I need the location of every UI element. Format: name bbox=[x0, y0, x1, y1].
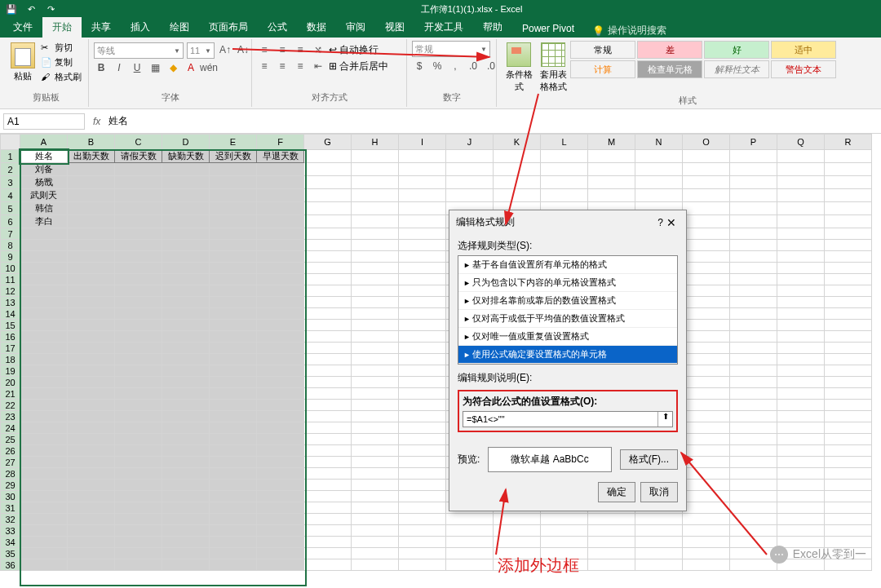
cell[interactable] bbox=[257, 457, 304, 468]
cell[interactable] bbox=[68, 422, 115, 434]
cell[interactable] bbox=[352, 365, 399, 377]
cell[interactable] bbox=[115, 411, 162, 422]
cell[interactable] bbox=[683, 377, 730, 388]
cell[interactable] bbox=[304, 274, 352, 285]
cell[interactable] bbox=[162, 434, 210, 445]
cell[interactable] bbox=[730, 388, 777, 400]
cell[interactable] bbox=[352, 240, 399, 251]
align-right-icon[interactable]: ≡ bbox=[293, 59, 308, 73]
cell[interactable] bbox=[446, 150, 494, 163]
cell[interactable] bbox=[825, 176, 872, 189]
tab-review[interactable]: 审阅 bbox=[336, 17, 375, 38]
cell[interactable] bbox=[777, 320, 825, 331]
cell[interactable] bbox=[162, 163, 210, 176]
cell[interactable] bbox=[777, 285, 825, 297]
cell[interactable] bbox=[730, 320, 777, 331]
cell[interactable] bbox=[257, 365, 304, 377]
cell[interactable] bbox=[730, 400, 777, 411]
cell[interactable] bbox=[210, 251, 257, 263]
cell[interactable] bbox=[683, 434, 730, 445]
cell[interactable] bbox=[777, 297, 825, 308]
tab-layout[interactable]: 页面布局 bbox=[199, 17, 258, 38]
cell[interactable] bbox=[730, 228, 777, 240]
row-header[interactable]: 1 bbox=[1, 150, 20, 163]
cell[interactable] bbox=[257, 331, 304, 343]
border-button[interactable]: ▦ bbox=[148, 60, 162, 75]
cell[interactable] bbox=[257, 354, 304, 365]
cell[interactable] bbox=[20, 274, 68, 285]
paste-button[interactable]: 粘贴 bbox=[8, 41, 38, 82]
cell[interactable] bbox=[777, 457, 825, 468]
cell[interactable] bbox=[399, 480, 446, 491]
cell[interactable] bbox=[825, 354, 872, 365]
cell[interactable] bbox=[304, 365, 352, 377]
row-header[interactable]: 32 bbox=[1, 514, 20, 525]
cell[interactable] bbox=[68, 163, 115, 176]
cell[interactable] bbox=[777, 377, 825, 388]
cell[interactable] bbox=[777, 502, 825, 514]
cell[interactable] bbox=[162, 411, 210, 422]
cell[interactable] bbox=[730, 189, 777, 202]
cell[interactable] bbox=[399, 202, 446, 215]
cell[interactable] bbox=[683, 251, 730, 263]
cell[interactable] bbox=[494, 514, 541, 525]
style-calc[interactable]: 计算 bbox=[570, 60, 635, 78]
tab-home[interactable]: 开始 bbox=[42, 17, 82, 38]
cell[interactable]: 杨戬 bbox=[20, 176, 68, 189]
cell[interactable] bbox=[683, 411, 730, 422]
rule-item[interactable]: 仅对高于或低于平均值的数值设置格式 bbox=[458, 310, 677, 328]
cell[interactable] bbox=[825, 480, 872, 491]
cell[interactable] bbox=[635, 514, 683, 525]
cell[interactable] bbox=[777, 480, 825, 491]
cell[interactable] bbox=[115, 228, 162, 240]
cell[interactable] bbox=[352, 434, 399, 445]
cell[interactable] bbox=[730, 297, 777, 308]
cell[interactable] bbox=[446, 189, 494, 202]
row-header[interactable]: 23 bbox=[1, 411, 20, 422]
cell[interactable] bbox=[825, 215, 872, 228]
cell[interactable] bbox=[68, 228, 115, 240]
cell[interactable] bbox=[304, 189, 352, 202]
cell[interactable] bbox=[162, 388, 210, 400]
cell[interactable] bbox=[68, 189, 115, 202]
cell[interactable] bbox=[257, 263, 304, 274]
cell[interactable] bbox=[683, 480, 730, 491]
format-painter-button[interactable]: 🖌格式刷 bbox=[39, 70, 83, 84]
row-header[interactable]: 13 bbox=[1, 297, 20, 308]
cell[interactable] bbox=[825, 457, 872, 468]
font-size-combo[interactable]: 11▼ bbox=[187, 42, 215, 59]
style-neutral[interactable]: 适中 bbox=[771, 41, 836, 59]
cell[interactable] bbox=[304, 163, 352, 176]
cell[interactable] bbox=[730, 263, 777, 274]
cell[interactable] bbox=[68, 354, 115, 365]
cell[interactable] bbox=[115, 354, 162, 365]
cell[interactable] bbox=[352, 163, 399, 176]
cell[interactable] bbox=[446, 525, 494, 537]
cell[interactable] bbox=[68, 537, 115, 548]
increase-font-icon[interactable]: A↑ bbox=[218, 42, 232, 57]
cell[interactable] bbox=[494, 176, 541, 189]
cell[interactable] bbox=[541, 150, 588, 163]
cell[interactable] bbox=[825, 297, 872, 308]
cell[interactable] bbox=[115, 468, 162, 480]
cell[interactable] bbox=[588, 559, 635, 571]
cell[interactable] bbox=[257, 537, 304, 548]
align-left-icon[interactable]: ≡ bbox=[257, 59, 272, 73]
column-header[interactable]: R bbox=[825, 135, 872, 150]
cell[interactable] bbox=[20, 343, 68, 354]
cell[interactable] bbox=[588, 514, 635, 525]
style-explan[interactable]: 解释性文本 bbox=[704, 60, 769, 78]
cell[interactable] bbox=[304, 343, 352, 354]
cell[interactable] bbox=[257, 491, 304, 502]
row-header[interactable]: 25 bbox=[1, 434, 20, 445]
name-box[interactable]: A1 bbox=[3, 113, 85, 130]
row-header[interactable]: 29 bbox=[1, 480, 20, 491]
cell[interactable] bbox=[20, 434, 68, 445]
row-header[interactable]: 10 bbox=[1, 263, 20, 274]
cell[interactable] bbox=[20, 400, 68, 411]
cell[interactable] bbox=[20, 320, 68, 331]
cell[interactable] bbox=[399, 400, 446, 411]
cell[interactable] bbox=[399, 559, 446, 571]
cell[interactable] bbox=[115, 400, 162, 411]
cell[interactable] bbox=[304, 377, 352, 388]
